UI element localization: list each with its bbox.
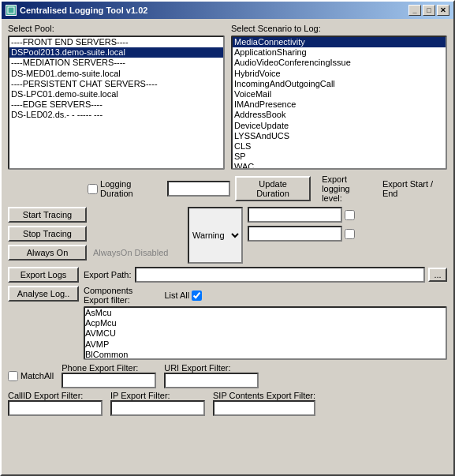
end-date-checkbox[interactable] [345,229,355,239]
uri-filter-label: URI Export Filter: [164,363,259,373]
main-window: Centralised Logging Tool v1.02 _ □ ✕ Sel… [0,0,455,476]
window-title: Centralised Logging Tool v1.02 [20,6,147,15]
duration-checkbox[interactable] [88,184,98,194]
logging-level-label: logging level: [322,184,370,203]
maximize-button[interactable]: □ [423,5,435,16]
analyse-components-row: Analyse Log.. Components Export filter: … [8,286,447,360]
export-label: Export [322,174,370,184]
start-date-checkbox[interactable] [345,210,355,220]
sip-filter-label: SIP Contents Export Filter: [213,391,315,400]
ip-filter-input[interactable]: None [110,400,205,416]
lists-row: Select Pool: ----FRONT END SERVERS---- D… [8,24,447,170]
phone-filter-input[interactable]: None [62,373,156,388]
callid-filter-label: CallID Export Filter: [8,391,103,400]
list-all-label: List All [164,290,189,300]
tracing-controls-row: Start Tracing Stop Tracing Always On Alw… [8,207,447,264]
list-all-row: List All [164,290,202,301]
svg-rect-0 [8,7,14,13]
always-on-status: AlwaysOn Disabled [93,248,168,257]
update-duration-button[interactable]: Update Duration [235,176,311,201]
start-date-row: 19/03/2014 18:22 [248,207,355,223]
sip-filter-input[interactable]: None [213,400,315,416]
close-button[interactable]: ✕ [437,5,449,16]
match-all-label: MatchAll [8,371,54,381]
export-end-date-input[interactable]: 19/03/2014 19:22 [248,226,342,242]
duration-input[interactable]: 0:04:00 [167,181,230,197]
minimize-button[interactable]: _ [408,5,421,16]
components-area: Components Export filter: List All AsMcu… [84,286,447,360]
scenario-label: Select Scenario to Log: [231,24,447,33]
logging-duration-label: Logging Duration [100,179,162,198]
callid-ip-sip-row: CallID Export Filter: None IP Export Fil… [8,391,447,416]
app-icon [6,5,17,16]
date-range-col: 19/03/2014 18:22 19/03/2014 19:22 [248,207,355,264]
export-start-date-input[interactable]: 19/03/2014 18:22 [248,207,342,223]
comp-header-row: Components Export filter: List All [84,286,447,305]
export-path-row: Export Logs Export Path: C:\Lync2013Trac… [8,267,447,283]
always-on-button[interactable]: Always On [8,245,87,260]
match-all-checkbox[interactable] [8,371,18,381]
list-all-checkbox[interactable] [192,290,202,301]
match-all-text: MatchAll [21,371,54,380]
export-start-end-label: Export Start / End [382,179,447,198]
always-on-status-area: AlwaysOn Disabled [90,207,185,264]
start-tracing-button[interactable]: Start Tracing [8,207,87,223]
browse-button[interactable]: ... [428,268,447,282]
stop-tracing-button[interactable]: Stop Tracing [8,226,87,242]
logging-duration-row: Logging Duration 0:04:00 Update Duration… [8,174,447,203]
export-path-label: Export Path: [84,270,132,279]
left-buttons-col: Start Tracing Stop Tracing Always On [8,207,87,264]
duration-checkbox-label: Logging Duration [88,179,162,198]
export-header: Export logging level: Export Start / End [322,174,447,203]
components-filter-label: Components [84,286,132,295]
export-filter-label: Export filter: [84,295,130,305]
pool-group: Select Pool: ----FRONT END SERVERS---- D… [8,24,225,170]
pool-listbox[interactable]: ----FRONT END SERVERS---- DSPool2013.dem… [8,36,225,170]
title-bar: Centralised Logging Tool v1.02 _ □ ✕ [2,2,453,19]
path-group: Export Path: C:\Lync2013Tracing\ ... [84,267,447,283]
scenario-listbox[interactable]: MediaConnectivity ApplicationSharing Aud… [231,36,447,170]
export-path-input[interactable]: C:\Lync2013Tracing\ [135,267,425,283]
analyse-log-button[interactable]: Analyse Log.. [8,286,79,302]
end-date-row: 19/03/2014 19:22 [248,226,355,242]
match-phone-uri-row: MatchAll Phone Export Filter: None URI E… [8,363,447,388]
components-listbox[interactable]: AsMcu AcpMcu AVMCU AVMP BlCommon BICOSMO… [84,306,447,360]
ip-filter-label: IP Export Filter: [110,391,205,400]
scenario-list-area: MediaConnectivity ApplicationSharing Aud… [231,36,447,170]
logging-level-select[interactable]: Warning Info Verbose All [188,207,243,264]
callid-filter-input[interactable]: None [8,400,103,416]
phone-filter-label: Phone Export Filter: [62,363,156,373]
uri-filter-input[interactable]: None [164,373,259,388]
export-logs-button[interactable]: Export Logs [8,267,79,283]
pool-label: Select Pool: [8,24,225,33]
scenario-group: Select Scenario to Log: MediaConnectivit… [231,24,447,170]
content-area: Select Pool: ----FRONT END SERVERS---- D… [2,19,453,423]
export-right-col: Warning Info Verbose All 19/03/2014 18:2… [188,207,447,264]
